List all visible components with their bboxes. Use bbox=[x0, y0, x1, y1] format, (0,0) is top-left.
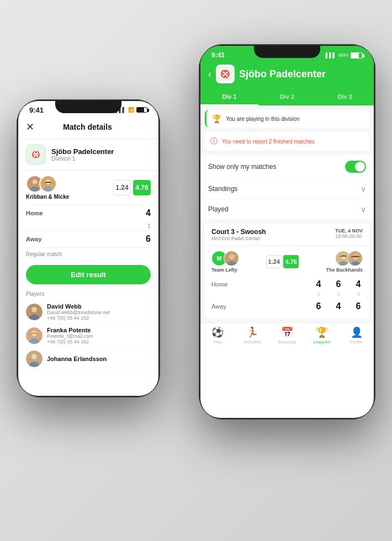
standings-label: Standings bbox=[208, 185, 237, 193]
scores-section: Home 4 6 4 1 2 3 bbox=[205, 277, 369, 318]
bookings-icon: 📅 bbox=[281, 326, 293, 338]
score-1: 1.24 bbox=[113, 180, 131, 195]
match-scores: 1.24 4.76 bbox=[242, 255, 322, 268]
show-my-matches-row: Show only my matches bbox=[200, 155, 374, 178]
player-avatar-2 bbox=[39, 175, 57, 193]
player-1-name: David Webb bbox=[47, 303, 110, 310]
profile-icon: 👤 bbox=[351, 326, 363, 338]
home-score-vals: 4 6 4 bbox=[314, 279, 363, 289]
show-my-matches-toggle[interactable] bbox=[345, 161, 366, 173]
profile-label: Profile bbox=[350, 340, 363, 344]
player-2-email: Potente_f@mail.com bbox=[47, 333, 93, 339]
padel-logo-icon bbox=[29, 148, 43, 161]
score-box: 1.24 4.76 bbox=[113, 180, 151, 195]
standings-row[interactable]: Standings ∨ bbox=[200, 179, 374, 199]
set-3: 3 bbox=[354, 291, 363, 297]
info-icon: ⓘ bbox=[210, 136, 218, 146]
home-set-row: 1 bbox=[18, 221, 158, 230]
status-icons-right: ▌▌▌ WiFi bbox=[326, 52, 363, 59]
notch bbox=[55, 101, 121, 113]
header-top-row: ‹ Sjöbo Padelcenter bbox=[208, 65, 366, 83]
club-logo-svg bbox=[218, 67, 232, 81]
team-right-avatar-2 bbox=[347, 251, 363, 266]
battery-right bbox=[351, 52, 363, 59]
activities-label: Activities bbox=[243, 340, 261, 344]
trophy-icon: 🏆 bbox=[212, 114, 221, 123]
svg-point-20 bbox=[229, 254, 235, 259]
player-item-2: Franka Potente Potente_f@mail.com +46 7(… bbox=[26, 324, 151, 348]
back-button[interactable]: ‹ bbox=[208, 68, 211, 80]
leagues-label: Leagues bbox=[313, 340, 330, 344]
played-label: Played bbox=[208, 205, 229, 213]
time-right: 9:41 bbox=[211, 51, 225, 59]
match-card-header: Court 3 - Swoosh MATCHi Padel Center TUE… bbox=[205, 224, 369, 246]
set-2: 2 bbox=[334, 291, 343, 297]
play-icon: ⚽ bbox=[211, 326, 224, 338]
away-score-row: Away 6 4 6 bbox=[211, 299, 363, 314]
player-2-name: Franka Potente bbox=[47, 327, 93, 333]
player2-img bbox=[40, 175, 56, 193]
venue-name: MATCHi Padel Center bbox=[211, 236, 266, 241]
app-header: ‹ Sjöbo Padelcenter bbox=[200, 60, 374, 90]
player-1-avatar bbox=[26, 304, 43, 320]
players-label: Players bbox=[26, 291, 151, 297]
tab-div2[interactable]: Div 2 bbox=[258, 90, 316, 105]
team-left: M Team Lefty bbox=[211, 251, 239, 273]
match-score-2: 4.76 bbox=[283, 255, 299, 268]
nav-activities[interactable]: 🏃 Activities bbox=[235, 326, 270, 344]
nav-profile[interactable]: 👤 Profile bbox=[339, 326, 374, 344]
away-value: 6 bbox=[146, 234, 151, 244]
away-score-vals: 6 4 6 bbox=[314, 301, 363, 311]
division-tabs: Div 1 Div 2 Div 3 bbox=[200, 90, 374, 105]
match-score-1: 1.24 bbox=[266, 255, 282, 268]
playing-banner: 🏆 You are playing in this division bbox=[205, 110, 369, 128]
club-section: Sjöbo Padelcenter Division 1 bbox=[18, 139, 158, 171]
svg-point-9 bbox=[31, 307, 37, 312]
home-score-row: Home 4 6 4 bbox=[211, 277, 363, 291]
players-score-row: Kribban & Micke 1.24 4.76 bbox=[18, 171, 158, 204]
team-left-avatar-2 bbox=[224, 251, 239, 266]
nav-play[interactable]: ⚽ Play bbox=[200, 326, 235, 344]
close-button[interactable]: ✕ bbox=[26, 121, 34, 133]
main-body: 🏆 You are playing in this division ⓘ You… bbox=[200, 105, 374, 322]
signal-right: ▌▌▌ bbox=[326, 52, 336, 58]
away-val-1: 6 bbox=[314, 301, 323, 311]
played-row[interactable]: Played ∨ bbox=[200, 199, 374, 219]
player-names: Kribban & Micke bbox=[26, 194, 69, 200]
club-division: Division 1 bbox=[51, 156, 114, 162]
home-label: Home bbox=[26, 210, 43, 216]
time-left: 9:41 bbox=[29, 106, 44, 114]
played-chevron: ∨ bbox=[361, 205, 366, 214]
club-logo bbox=[26, 145, 46, 165]
player-1-phone: +46 7(0) 33 44 162 bbox=[47, 315, 110, 321]
phones-container: 9:41 ▌▌▌ 📶 ✕ Match details bbox=[0, 0, 392, 541]
bottom-nav: ⚽ Play 🏃 Activities 📅 Bookings 🏆 Leagues… bbox=[200, 322, 374, 349]
wifi-icon: 📶 bbox=[128, 107, 134, 113]
away-label: Away bbox=[26, 236, 42, 242]
home-label-r: Home bbox=[211, 281, 227, 288]
player-3-name: Johanna Erlandsson bbox=[47, 356, 107, 362]
banner-text: You are playing in this division bbox=[226, 116, 300, 122]
nav-leagues[interactable]: 🏆 Leagues bbox=[304, 326, 339, 344]
home-value: 4 bbox=[146, 208, 151, 218]
team-right: The Backhands bbox=[326, 251, 363, 273]
away-val-2: 4 bbox=[334, 301, 343, 311]
away-label-r: Away bbox=[211, 303, 226, 310]
warning-text: You need to report 2 finished matches bbox=[222, 139, 315, 145]
nav-bookings[interactable]: 📅 Bookings bbox=[270, 326, 305, 344]
tab-div3[interactable]: Div 3 bbox=[316, 90, 374, 105]
standings-chevron: ∨ bbox=[361, 184, 366, 193]
set-1: 1 bbox=[314, 291, 323, 297]
court-name: Court 3 - Swoosh bbox=[211, 228, 266, 236]
team-right-name: The Backhands bbox=[326, 267, 363, 273]
home-val-1: 4 bbox=[314, 279, 323, 289]
phone-left: 9:41 ▌▌▌ 📶 ✕ Match details bbox=[17, 99, 160, 397]
player-1-email: David.webb@treadstone.net bbox=[47, 310, 110, 315]
wifi-right: WiFi bbox=[338, 52, 348, 58]
edit-result-button[interactable]: Edit result bbox=[26, 265, 151, 284]
show-my-matches-label: Show only my matches bbox=[208, 163, 276, 171]
warning-banner: ⓘ You need to report 2 finished matches bbox=[205, 132, 369, 151]
club-name: Sjöbo Padelcenter bbox=[51, 147, 114, 156]
home-row: Home 4 bbox=[18, 205, 158, 221]
tab-div1[interactable]: Div 1 bbox=[200, 90, 258, 105]
